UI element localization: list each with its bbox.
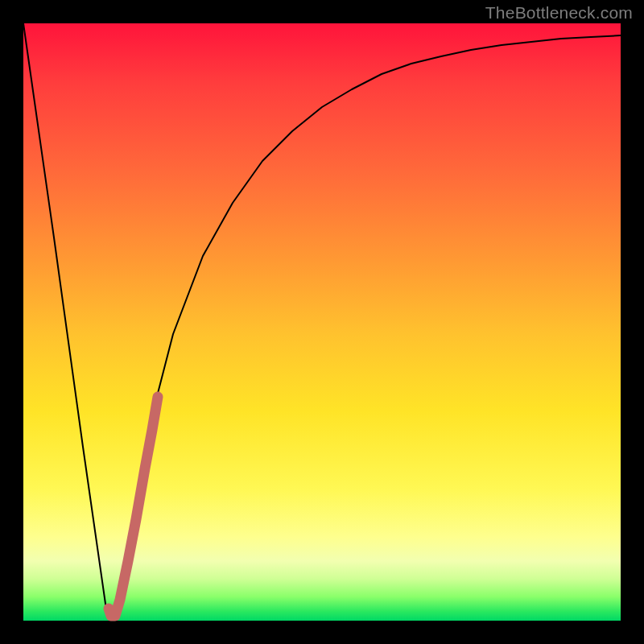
chart-frame: TheBottleneck.com bbox=[0, 0, 644, 644]
highlight-segment bbox=[109, 397, 158, 616]
chart-svg bbox=[23, 23, 621, 621]
bottleneck-curve bbox=[23, 23, 621, 621]
watermark-text: TheBottleneck.com bbox=[485, 3, 633, 23]
